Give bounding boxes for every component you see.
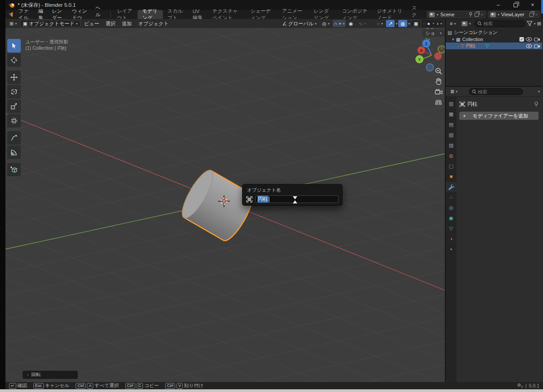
add-modifier-button[interactable]: + モディファイアーを追加	[459, 112, 538, 120]
workspace-tab-shading[interactable]: シェーディング	[246, 10, 277, 19]
tab-constraints[interactable]: ◉	[446, 213, 457, 223]
tab-collection[interactable]: ▢	[446, 161, 457, 171]
options-button[interactable]: オプション ▾	[422, 29, 445, 37]
show-gizmo-toggle[interactable]: ↗	[386, 20, 395, 27]
tab-render[interactable]: ▦	[446, 109, 457, 119]
hide-eye-icon[interactable]	[526, 37, 532, 42]
collection-checkbox[interactable]: ✓	[519, 37, 524, 42]
tab-tool[interactable]: ▥	[446, 99, 457, 109]
tab-view-layer[interactable]: ▧	[446, 130, 457, 140]
new-viewlayer-icon[interactable]	[529, 13, 533, 17]
outliner-search-input[interactable]	[483, 21, 522, 26]
proportional-editing-toggle[interactable]: ◉	[347, 20, 356, 27]
outliner-row-scene-collection[interactable]: ▤ シーンコレクション	[446, 29, 542, 36]
workspace-tab-animation[interactable]: アニメーション	[277, 10, 309, 19]
workspace-tab-sculpting[interactable]: スカルプト	[163, 10, 188, 19]
tab-output[interactable]: ▤	[446, 119, 457, 129]
menu-file[interactable]: ファイル	[14, 10, 35, 19]
viewport-3d[interactable]: ユーザー・透視投影 (1) Collection | 円柱	[5, 28, 445, 382]
render-visibility-icon[interactable]	[534, 37, 540, 42]
tab-world[interactable]: ◍	[446, 151, 457, 161]
rendered-shading-button[interactable]: ◑	[436, 21, 439, 26]
scene-selector[interactable]: ▾ Scene ×	[427, 11, 486, 18]
outliner-display-mode-dropdown[interactable]: ▾	[459, 20, 473, 27]
tab-material[interactable]: ◑	[446, 234, 457, 244]
collapse-icon[interactable]: ▾	[452, 37, 454, 42]
viewlayer-selector[interactable]: ▾ ViewLayer ×	[488, 11, 540, 18]
operator-panel[interactable]: › 回転	[23, 371, 78, 379]
new-collection-button[interactable]: ⊞	[537, 21, 541, 27]
gizmo-minus-z-axis[interactable]	[426, 64, 433, 71]
tab-particles[interactable]: ∴	[446, 192, 457, 202]
transform-orientation-dropdown[interactable]: ∠ グローバル ▾	[280, 20, 319, 27]
workspace-tab-uv[interactable]: UV編集	[188, 10, 208, 19]
pin-icon[interactable]	[534, 101, 538, 107]
menu-select[interactable]: 選択	[103, 20, 118, 27]
solid-shading-button[interactable]: ●	[427, 21, 430, 26]
tab-object[interactable]: ■	[446, 171, 457, 181]
camera-view-control[interactable]	[433, 87, 444, 97]
tab-object-data[interactable]: ▽	[446, 223, 457, 233]
minimize-button[interactable]: –	[491, 0, 506, 9]
pivot-point-dropdown[interactable]: ◎ ▾	[320, 20, 332, 27]
rotate-tool[interactable]	[7, 85, 21, 99]
pan-control[interactable]	[433, 76, 444, 86]
zoom-control[interactable]	[433, 66, 444, 76]
wireframe-shading-button[interactable]: ◌	[423, 21, 426, 26]
workspace-tab-scripting[interactable]: スクリ	[407, 10, 426, 19]
menu-add[interactable]: 追加	[119, 20, 134, 27]
new-scene-icon[interactable]	[475, 13, 479, 17]
properties-editor-type-button[interactable]: ≣ ▾	[448, 88, 460, 95]
outliner-row-collection[interactable]: ▾ ▦ Collection ✓	[446, 36, 542, 43]
editor-type-button[interactable]: ⊞ ▾	[7, 20, 19, 27]
mode-dropdown[interactable]: ▣ オブジェクトモード ▾	[20, 20, 80, 27]
material-preview-button[interactable]: ◔	[432, 21, 435, 26]
menu-render[interactable]: レンダー	[48, 10, 68, 19]
menu-object[interactable]: オブジェクト	[135, 20, 171, 27]
tab-scene[interactable]: ▨	[446, 140, 457, 150]
menu-view[interactable]: ビュー	[81, 20, 102, 27]
tabs-overflow-chevron[interactable]: ▾	[446, 244, 457, 254]
workspace-tab-layout[interactable]: レイアウト	[113, 10, 138, 19]
snap-with-icon[interactable]: +	[338, 21, 341, 26]
maximize-button[interactable]	[508, 0, 523, 9]
outliner-editor-type-button[interactable]: ≡ ▾	[448, 20, 458, 27]
expand-icon[interactable]: ›	[457, 44, 459, 48]
tab-physics[interactable]: ◎	[446, 203, 457, 213]
render-visibility-icon[interactable]	[534, 44, 540, 48]
magnet-icon[interactable]: ∩	[333, 21, 337, 26]
workspace-tab-rendering[interactable]: レンダリング	[309, 10, 338, 19]
tab-modifiers[interactable]	[446, 182, 457, 192]
gizmo-minus-x-axis[interactable]	[434, 52, 442, 60]
show-overlays-toggle[interactable]: ◍	[398, 20, 407, 27]
scale-tool[interactable]	[7, 99, 21, 113]
falloff-dropdown[interactable]: ∿ ▾	[356, 20, 368, 27]
transform-tool[interactable]	[7, 114, 21, 128]
close-button[interactable]: ×	[525, 0, 540, 9]
menu-help[interactable]: ヘルプ	[92, 10, 109, 19]
workspace-tab-texture-paint[interactable]: テクスチャペイント	[208, 10, 246, 19]
workspace-tab-compositing[interactable]: コンポジティング	[338, 10, 372, 19]
blender-logo-icon-small[interactable]	[8, 11, 13, 18]
hide-eye-icon[interactable]	[526, 44, 532, 48]
properties-search-input[interactable]	[478, 89, 520, 94]
move-tool[interactable]	[7, 71, 21, 84]
add-primitive-tool[interactable]	[7, 163, 21, 176]
outliner-row-object[interactable]: › ▽ 円柱 ▽	[446, 43, 542, 49]
annotate-tool[interactable]	[7, 131, 21, 145]
object-visibility-dropdown[interactable]: ◌ ▾	[375, 20, 386, 27]
filter-icon[interactable]	[527, 21, 533, 26]
workspace-tab-geometry-nodes[interactable]: ジオメトリノード	[372, 10, 407, 19]
menu-edit[interactable]: 編集	[35, 10, 48, 19]
viewport-canvas[interactable]	[5, 28, 445, 382]
network-icon[interactable]: ⊕2	[517, 382, 523, 389]
workspace-tab-modeling[interactable]: モデリング	[138, 10, 163, 19]
pin-icon[interactable]	[468, 12, 473, 17]
ortho-perspective-toggle[interactable]	[433, 97, 444, 107]
cursor-tool[interactable]	[7, 53, 21, 67]
xray-toggle[interactable]: ▣	[411, 20, 421, 27]
sidebar-collapse-arrow[interactable]: ‹	[441, 44, 443, 51]
measure-tool[interactable]	[7, 146, 21, 159]
menu-window[interactable]: ウィンドウ	[68, 10, 92, 19]
select-box-tool[interactable]	[7, 39, 21, 52]
